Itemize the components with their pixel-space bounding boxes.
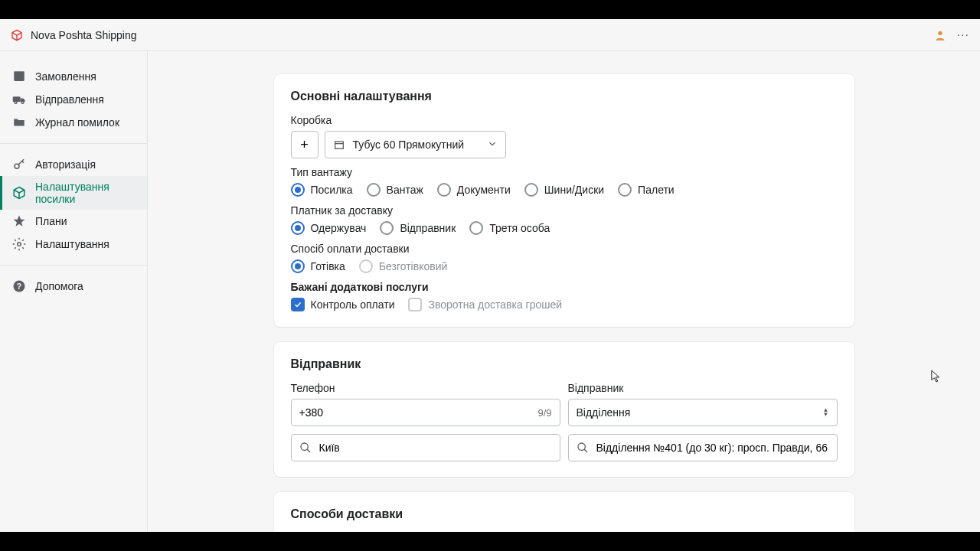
box-icon (333, 139, 345, 151)
box-label: Коробка (291, 114, 838, 126)
help-icon: ? (12, 279, 26, 293)
sidebar-item-plans[interactable]: Плани (0, 210, 147, 233)
radio-pallets[interactable]: Палети (618, 183, 675, 197)
svg-point-4 (15, 101, 17, 103)
panel-title: Основні налаштування (291, 90, 838, 103)
sidebar-item-help[interactable]: ? Допомога (0, 275, 147, 298)
svg-rect-2 (14, 71, 24, 74)
folder-icon (12, 116, 26, 129)
gear-icon (12, 237, 26, 251)
search-icon (577, 442, 589, 454)
chevron-down-icon (487, 139, 498, 152)
sidebar-item-label: Журнал помилок (35, 116, 119, 129)
warehouse-search[interactable] (568, 434, 838, 461)
radio-parcel[interactable]: Посилка (291, 183, 353, 197)
svg-rect-10 (335, 142, 343, 148)
services-label: Бажані додаткові послуги (291, 281, 838, 293)
panel-title: Відправник (291, 357, 838, 371)
sidebar-item-error-log[interactable]: Журнал помилок (0, 111, 147, 134)
svg-point-7 (18, 243, 21, 246)
sender-type-select[interactable]: Відділення ▲▼ (568, 399, 838, 426)
sidebar-item-label: Допомога (35, 280, 83, 292)
payer-label: Платник за доставку (291, 204, 838, 217)
topbar: Nova Poshta Shipping ··· (0, 19, 980, 51)
phone-label: Телефон (291, 382, 560, 394)
panel-main-settings: Основні налаштування Коробка + Тубус 60 … (274, 74, 854, 327)
warehouse-field[interactable] (596, 442, 829, 454)
box-select-value: Тубус 60 Прямокутний (353, 139, 465, 151)
phone-field[interactable] (299, 406, 532, 419)
panel-delivery-methods: Способи доставки General Profile Доставк… (274, 492, 854, 532)
sidebar-item-settings[interactable]: Налаштування (0, 233, 147, 256)
svg-rect-1 (14, 73, 24, 82)
svg-point-5 (21, 101, 24, 103)
city-field[interactable] (319, 442, 552, 454)
sidebar-item-label: Налаштування посилки (35, 181, 135, 205)
panel-title: Способи доставки (291, 507, 838, 521)
svg-point-11 (301, 443, 308, 450)
sender-type-value: Відділення (577, 406, 631, 419)
checkbox-payment-control[interactable]: Контроль оплати (291, 298, 395, 311)
radio-third[interactable]: Третя особа (469, 221, 550, 235)
search-icon (299, 442, 312, 454)
svg-point-12 (578, 443, 585, 450)
checkbox-money-back: Зворотна доставка грошей (408, 298, 562, 311)
panel-sender: Відправник Телефон 9/9 (274, 342, 854, 477)
sidebar-item-shipments[interactable]: Відправлення (0, 88, 147, 111)
radio-recipient[interactable]: Одержувач (291, 221, 367, 235)
sidebar: Замовлення Відправлення Журнал помилок (0, 51, 148, 532)
radio-tires[interactable]: Шини/Диски (524, 183, 604, 197)
sidebar-item-label: Авторизація (35, 158, 96, 171)
main-content: Основні налаштування Коробка + Тубус 60 … (148, 51, 980, 532)
svg-text:?: ? (17, 282, 21, 291)
radio-cargo[interactable]: Вантаж (367, 183, 423, 197)
sidebar-item-package-settings[interactable]: Налаштування посилки (0, 176, 147, 210)
package-icon (12, 186, 26, 200)
phone-counter: 9/9 (537, 407, 551, 419)
sidebar-item-orders[interactable]: Замовлення (0, 65, 147, 88)
sidebar-item-label: Налаштування (35, 238, 109, 250)
radio-cash[interactable]: Готівка (291, 259, 345, 273)
radio-noncash: Безготівковий (359, 259, 447, 273)
app-title: Nova Poshta Shipping (31, 29, 137, 41)
truck-icon (12, 93, 26, 106)
star-icon (12, 214, 26, 228)
orders-icon (12, 70, 26, 83)
city-search[interactable] (291, 434, 560, 461)
select-arrows-icon: ▲▼ (823, 408, 829, 417)
payment-method-label: Спосіб оплати доставки (291, 243, 838, 255)
key-icon (12, 158, 26, 171)
sidebar-item-label: Відправлення (35, 93, 104, 106)
box-select[interactable]: Тубус 60 Прямокутний (325, 131, 507, 158)
phone-input[interactable]: 9/9 (291, 399, 560, 426)
user-icon[interactable] (934, 29, 946, 41)
sidebar-item-label: Замовлення (35, 70, 96, 83)
sidebar-item-auth[interactable]: Авторизація (0, 153, 147, 176)
svg-point-0 (938, 31, 942, 34)
add-box-button[interactable]: + (291, 131, 318, 158)
radio-documents[interactable]: Документи (437, 183, 511, 197)
app-logo-icon (11, 29, 23, 41)
sidebar-item-label: Плани (35, 215, 67, 227)
cargo-type-label: Тип вантажу (291, 166, 838, 178)
more-icon[interactable]: ··· (957, 28, 969, 42)
radio-sender[interactable]: Відправник (380, 221, 456, 235)
sender-type-label: Відправник (568, 382, 838, 394)
svg-point-6 (15, 164, 19, 168)
